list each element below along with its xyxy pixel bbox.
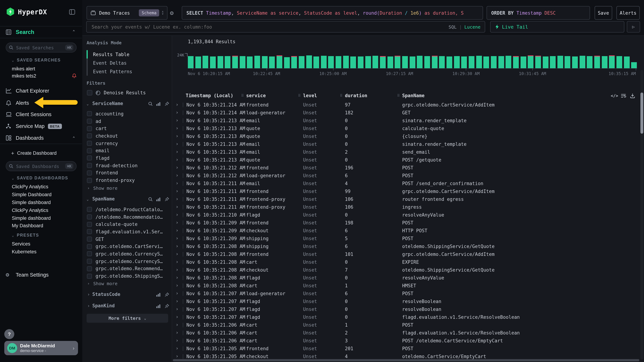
table-row[interactable]: ›Nov 6 10:35:21.207 AMload-generatorUnse… bbox=[172, 290, 637, 298]
expand-row-icon[interactable]: › bbox=[176, 251, 178, 257]
histogram-bar[interactable] bbox=[542, 56, 548, 68]
search-icon[interactable] bbox=[148, 197, 153, 201]
expand-row-icon[interactable]: › bbox=[176, 196, 178, 201]
saved-dashboard-item[interactable]: My Dashboard bbox=[12, 222, 78, 230]
table-row[interactable]: ›Nov 6 10:35:21.208 AMfrontendUnset101gr… bbox=[172, 250, 637, 258]
mode-lucene[interactable]: Lucene bbox=[464, 24, 480, 29]
checkbox[interactable] bbox=[87, 171, 92, 176]
histogram-bar[interactable] bbox=[343, 56, 349, 68]
checkbox[interactable] bbox=[87, 163, 92, 168]
table-row[interactable]: ›Nov 6 10:35:21.213 AMemailUnset0sinatra… bbox=[172, 141, 637, 148]
checkbox[interactable] bbox=[87, 274, 92, 279]
checkbox[interactable] bbox=[87, 259, 92, 264]
expand-row-icon[interactable]: › bbox=[176, 338, 178, 343]
pin-icon[interactable] bbox=[164, 292, 169, 297]
code-view-icon[interactable]: </> bbox=[611, 93, 618, 98]
filter-group-spanname[interactable]: ⌄ SpanName bbox=[86, 196, 168, 203]
table-row[interactable]: ›Nov 6 10:35:21.213 AMquoteUnset0calcula… bbox=[172, 125, 637, 133]
expand-row-icon[interactable]: › bbox=[176, 314, 178, 320]
filter-checkbox-item[interactable]: grpc.oteldemo.Recommend… bbox=[87, 265, 169, 272]
mode-event-patterns[interactable]: Event Patterns bbox=[93, 67, 132, 76]
chart-icon[interactable] bbox=[156, 304, 161, 308]
schema-badge[interactable]: Schema bbox=[139, 9, 160, 16]
histogram-bar[interactable] bbox=[513, 56, 519, 68]
filter-checkbox-item[interactable]: fraud-detection bbox=[87, 162, 169, 169]
filter-checkbox-item[interactable]: flagd.evaluation.v1.Ser… bbox=[87, 228, 169, 235]
table-row[interactable]: ›Nov 6 10:35:21.211 AMfrontend-proxyUnse… bbox=[172, 203, 637, 211]
histogram-bar[interactable] bbox=[380, 56, 386, 68]
filter-checkbox-item[interactable]: GET bbox=[87, 235, 169, 243]
sidebar-item-chart-explorer[interactable]: Chart Explorer bbox=[0, 85, 82, 96]
filter-checkbox-item[interactable]: frontend-proxy bbox=[87, 177, 169, 184]
saved-searches-input[interactable] bbox=[16, 44, 65, 51]
checkbox[interactable] bbox=[87, 214, 92, 219]
histogram-bar[interactable] bbox=[350, 56, 356, 68]
horizontal-scrollbar-thumb[interactable] bbox=[173, 359, 639, 361]
histogram-bar[interactable] bbox=[498, 56, 504, 68]
histogram-bar[interactable] bbox=[306, 55, 312, 68]
col-spanname[interactable]: SpanName bbox=[402, 93, 424, 98]
saved-dashboards-search[interactable]: ⌘K bbox=[6, 161, 76, 171]
histogram-bar[interactable] bbox=[594, 56, 600, 68]
col-service[interactable]: service bbox=[246, 93, 266, 98]
histogram-bar[interactable] bbox=[520, 56, 526, 68]
filter-checkbox-item[interactable]: grpc.oteldemo.CurrencyS… bbox=[87, 258, 169, 265]
checkbox[interactable] bbox=[87, 237, 92, 242]
histogram-bar[interactable] bbox=[491, 56, 496, 68]
histogram-bar[interactable] bbox=[195, 56, 201, 68]
checkbox[interactable] bbox=[87, 266, 92, 271]
search-icon[interactable] bbox=[148, 102, 153, 106]
mode-results-table[interactable]: Results Table bbox=[93, 50, 130, 59]
pin-icon[interactable] bbox=[164, 197, 169, 201]
pin-icon[interactable] bbox=[164, 102, 169, 106]
col-level[interactable]: level bbox=[303, 93, 317, 98]
expand-row-icon[interactable]: › bbox=[176, 275, 178, 280]
table-row[interactable]: ›Nov 6 10:35:21.208 AMcheckoutUnset7otel… bbox=[172, 266, 637, 274]
histogram-bar[interactable] bbox=[203, 56, 208, 68]
filter-checkbox-item[interactable]: grpc.oteldemo.CartServi… bbox=[87, 243, 169, 250]
filter-checkbox-item[interactable]: flagd bbox=[87, 154, 169, 162]
table-row[interactable]: ›Nov 6 10:35:21.213 AMemailUnset0sinatra… bbox=[172, 117, 637, 125]
histogram-bar[interactable] bbox=[631, 62, 637, 68]
source-selector[interactable]: Demo Traces Schema ∧∨ bbox=[86, 6, 168, 20]
alerts-button[interactable]: Alerts bbox=[616, 6, 640, 20]
expand-row-icon[interactable]: › bbox=[176, 141, 178, 147]
expand-row-icon[interactable]: › bbox=[176, 149, 178, 154]
table-row[interactable]: ›Nov 6 10:35:21.208 AMshippingUnset6otel… bbox=[172, 243, 637, 250]
checkbox[interactable] bbox=[87, 134, 92, 139]
sidebar-item-service-map[interactable]: Service Map BETA bbox=[0, 121, 82, 132]
expand-row-icon[interactable]: › bbox=[176, 173, 178, 178]
filter-checkbox-item[interactable]: /oteldemo.ProductCatalo… bbox=[87, 206, 169, 213]
histogram-bar[interactable] bbox=[395, 56, 400, 68]
expand-row-icon[interactable]: › bbox=[176, 291, 178, 296]
table-row[interactable]: ›Nov 6 10:35:21.210 AMflagdUnset0resolve… bbox=[172, 211, 637, 219]
checkbox[interactable] bbox=[87, 229, 92, 234]
saved-dashboard-item[interactable]: ClickPy Analytics bbox=[12, 206, 78, 214]
table-row[interactable]: ›Nov 6 10:35:21.206 AMcartUnset1POST bbox=[172, 321, 637, 329]
histogram-bar[interactable] bbox=[210, 56, 216, 68]
histogram-bar[interactable] bbox=[373, 56, 378, 68]
expand-row-icon[interactable]: › bbox=[176, 181, 178, 186]
expand-row-icon[interactable]: › bbox=[176, 220, 178, 225]
expand-row-icon[interactable]: › bbox=[176, 306, 178, 312]
drag-handle-icon[interactable]: ⠿ bbox=[340, 94, 342, 98]
histogram-bar[interactable] bbox=[558, 56, 563, 68]
source-settings-gear-icon[interactable]: ⚙ bbox=[170, 9, 174, 16]
sidebar-item-search[interactable]: Search ⌃ bbox=[0, 26, 82, 38]
histogram-bar[interactable] bbox=[299, 56, 304, 68]
run-query-button[interactable]: ▷ bbox=[627, 21, 640, 32]
saved-dashboards-input[interactable] bbox=[16, 163, 65, 169]
checkbox[interactable] bbox=[87, 148, 92, 153]
saved-dashboard-item[interactable]: Simple dashboard bbox=[12, 214, 78, 222]
order-by-box[interactable]: ORDER BY Timestamp DESC bbox=[486, 6, 590, 20]
pin-icon[interactable] bbox=[164, 304, 169, 308]
histogram-bar[interactable] bbox=[506, 56, 511, 68]
filter-checkbox-item[interactable]: frontend bbox=[87, 169, 169, 177]
table-row[interactable]: ›Nov 6 10:35:21.214 AMfrontendUnset97grp… bbox=[172, 101, 637, 109]
expand-row-icon[interactable]: › bbox=[176, 165, 178, 170]
histogram-bar[interactable] bbox=[225, 56, 230, 68]
table-row[interactable]: ›Nov 6 10:35:21.209 AMfrontendUnset198PO… bbox=[172, 219, 637, 227]
histogram-bar[interactable] bbox=[240, 56, 245, 68]
expand-row-icon[interactable]: › bbox=[176, 110, 178, 115]
expand-row-icon[interactable]: › bbox=[176, 259, 178, 264]
